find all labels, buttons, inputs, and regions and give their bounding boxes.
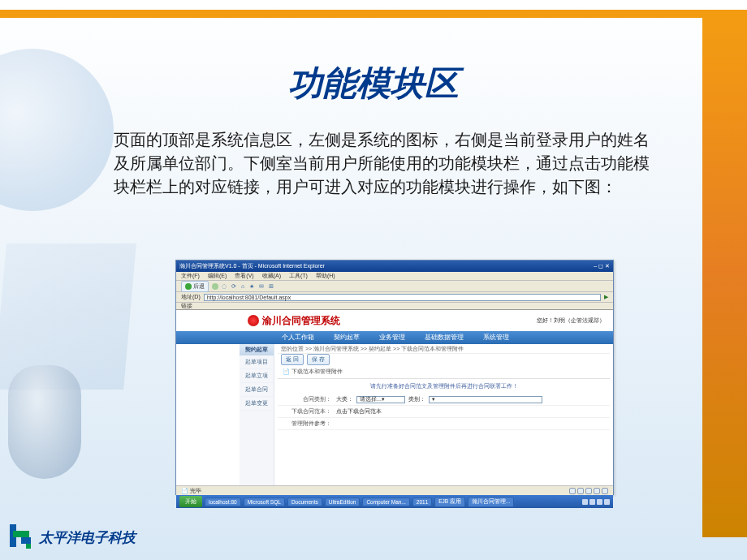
sidebar-item-setup[interactable]: 起草立项 [240,369,274,383]
right-orange-panel [702,18,747,537]
label-category: 合同类别： [278,395,336,403]
sidebar-item-change[interactable]: 起草变更 [240,397,274,411]
windows-taskbar: 开始 localhost:80 Microsoft SQL Documents … [176,495,613,508]
task-item-5[interactable]: 2011 [412,498,432,506]
back-icon [185,283,192,290]
bg-globe [0,49,114,211]
action-bar: 返 回 保 存 [278,354,610,365]
nav-contract-draft[interactable]: 契约起草 [334,334,360,342]
breadcrumb: 您的位置 >> 瀚川合同管理系统 >> 契约起草 >> 下载合同范本和管理附件 [278,344,610,354]
form-row-download: 下载合同范本： 点击下载合同范本 [278,406,610,418]
status-icons [569,488,608,494]
footer-company: 太平洋电子科技 [39,528,136,547]
browser-linksbar: 链接 [176,303,613,310]
top-orange-bar [0,10,747,18]
task-item-7[interactable]: 瀚川合同管理... [468,497,514,507]
menu-tools[interactable]: 工具(T) [289,272,308,280]
menu-file[interactable]: 文件(F) [181,272,200,280]
form-row-attach: 管理附件参考： [278,418,610,430]
address-input[interactable]: http://localhost:8081/Default.aspx [204,294,601,301]
bg-keyboard [0,243,136,390]
content-area: 您的位置 >> 瀚川合同管理系统 >> 契约起草 >> 下载合同范本和管理附件 … [274,344,613,485]
task-item-1[interactable]: Microsoft SQL [244,498,285,506]
app-nav: 个人工作箱 契约起草 业务管理 基础数据管理 系统管理 [176,331,613,344]
app-title: 渝川合同管理系统 [262,314,340,328]
task-item-0[interactable]: localhost:80 [205,498,241,506]
form-row-category: 合同类别： 大类： 请选择... ▾ 类别： ▾ [278,394,610,406]
label-major: 大类： [336,395,353,403]
menu-fav[interactable]: 收藏(A) [262,272,281,280]
sidebar-item-contract[interactable]: 起草合同 [240,383,274,397]
sidebar: 契约起草 起草项目 起草立项 起草合同 起草变更 [240,344,274,485]
svg-rect-3 [26,544,31,549]
label-attach: 管理附件参考： [278,420,336,428]
back-action-button[interactable]: 返 回 [281,354,304,365]
sidebar-item-project[interactable]: 起草项目 [240,355,274,369]
status-text: 📄 完毕 [181,487,201,495]
app-logo-area: 渝川合同管理系统 [248,314,340,328]
label-download: 下载合同范本： [278,407,336,416]
slide-footer: 太平洋电子科技 [6,521,136,554]
task-item-3[interactable]: UltraEdition [325,498,361,506]
app-main: 契约起草 起草项目 起草立项 起草合同 起草变更 您的位置 >> 瀚川合同管理系… [176,344,613,485]
menu-edit[interactable]: 编辑(E) [208,272,227,280]
browser-menubar: 文件(F) 编辑(E) 查看(V) 收藏(A) 工具(T) 帮助(H) [176,272,613,281]
task-item-6[interactable]: EJB 应用 [434,497,465,507]
back-button[interactable]: 后退 [181,281,209,292]
addr-label: 地址(D) [181,293,201,301]
window-title: 瀚川合同管理系统V1.0 - 首页 - Microsoft Internet E… [179,262,325,270]
browser-titlebar: 瀚川合同管理系统V1.0 - 首页 - Microsoft Internet E… [176,261,613,272]
sidebar-header: 契约起草 [240,344,274,355]
bg-mouse [8,365,81,479]
label-type: 类别： [408,395,425,403]
nav-business[interactable]: 业务管理 [379,334,405,342]
system-tray [582,499,610,505]
embedded-screenshot: 瀚川合同管理系统V1.0 - 首页 - Microsoft Internet E… [175,260,614,495]
user-info: 您好！刘明（企管法规部） [537,317,605,325]
go-button[interactable]: ▶ [604,294,608,300]
start-button[interactable]: 开始 [179,496,202,507]
nav-system[interactable]: 系统管理 [483,334,509,342]
slide-body-text: 页面的顶部是系统信息区，左侧是系统的图标，右侧是当前登录用户的姓名及所属单位部门… [114,128,658,199]
nav-basicdata[interactable]: 基础数据管理 [425,334,464,342]
hint-text: 请先行准备好合同范文及管理附件后再进行合同联署工作！ [278,379,610,394]
toolbar-icons: ◌ ⟳ ⌂ ★ ✉ ⊞ [222,283,275,290]
task-item-4[interactable]: Computer Man... [362,498,409,506]
section-title: 📄 下载范本和管理附件 [278,365,610,379]
slide-title: 功能模块区 [288,61,459,106]
menu-view[interactable]: 查看(V) [235,272,253,280]
select-type[interactable]: ▾ [429,396,542,403]
download-link[interactable]: 点击下载合同范本 [336,407,382,416]
browser-addressbar: 地址(D) http://localhost:8081/Default.aspx… [176,292,613,303]
window-controls: – ◻ ✕ [594,263,610,269]
svg-rect-1 [13,531,29,537]
browser-toolbar: 后退 ◌ ⟳ ⌂ ★ ✉ ⊞ [176,281,613,292]
task-item-2[interactable]: Documents [287,498,322,506]
menu-help[interactable]: 帮助(H) [316,272,335,280]
select-major[interactable]: 请选择... ▾ [356,396,405,403]
svg-rect-2 [21,537,31,544]
app-header: 渝川合同管理系统 您好！刘明（企管法规部） [176,310,613,331]
browser-statusbar: 📄 完毕 [176,485,613,495]
forward-icon[interactable] [212,283,218,290]
nav-workbox[interactable]: 个人工作箱 [282,334,314,342]
app-logo-icon [248,315,259,326]
save-action-button[interactable]: 保 存 [307,354,330,365]
footer-logo-icon [6,521,34,554]
